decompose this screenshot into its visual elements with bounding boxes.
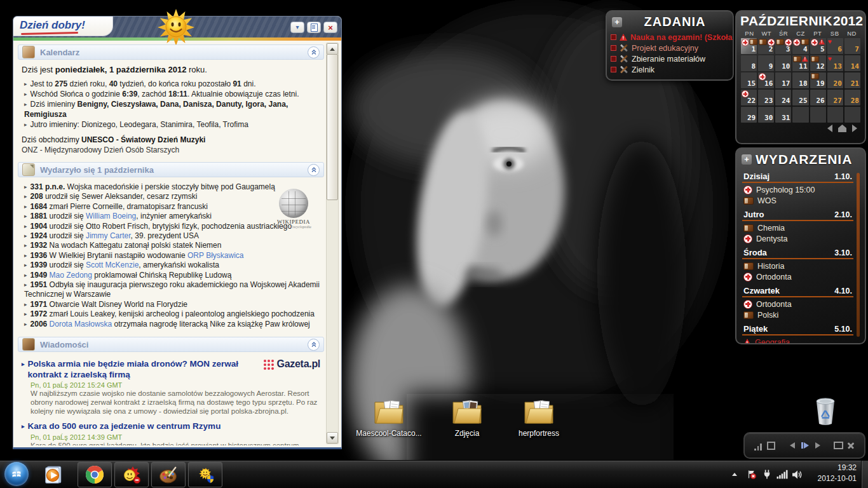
kalendarz-section-header[interactable]: Kalendarz [18,44,324,60]
calendar-day-cell[interactable]: 23 [758,90,774,105]
scrollbar-thumb[interactable] [327,54,338,200]
calendar-day-cell[interactable] [844,107,860,123]
event-item[interactable]: Chemia [743,222,853,233]
inline-link[interactable]: Mao Zedong [50,271,92,280]
options-button[interactable] [307,22,321,33]
calendar-day-cell[interactable] [827,107,843,123]
volume-icon[interactable] [792,461,803,488]
calendar-day-cell[interactable]: 3 [775,38,791,54]
calendar-day-cell[interactable]: 27 [827,90,843,105]
taskbar-windows-media-player[interactable] [41,464,66,485]
show-hidden-icons-button[interactable] [732,461,737,488]
calendar-day-cell[interactable]: 12 [810,55,826,71]
news-headline[interactable]: ▸Kara do 500 euro za jedzenie w centrum … [22,421,323,432]
collapse-section-button[interactable] [308,339,320,351]
day-group-name: Środa [743,248,767,257]
inline-link[interactable]: Dorota Masłowska [50,320,112,329]
inline-link[interactable]: William Boeing [86,212,136,220]
add-task-button[interactable]: + [612,17,622,27]
calendar-day-cell[interactable]: 14 [844,55,860,71]
calendar-day-cell[interactable]: 17 [775,72,791,88]
taskbar-good-morning-app-button[interactable] [188,462,222,487]
taskbar-paint-app-button[interactable] [151,462,186,487]
recycle-bin-icon[interactable] [814,396,837,427]
previous-track-button[interactable] [787,440,797,451]
volume-levels-button[interactable] [753,440,763,451]
event-item[interactable]: Ortodonta [743,299,853,309]
desktop-icon-zdjecia[interactable]: Zdjęcia [429,398,505,438]
window-scrollbar[interactable] [326,43,339,444]
calendar-day-cell[interactable]: 20 [827,72,843,88]
collapse-window-button[interactable]: ▾ [290,22,304,33]
close-window-button[interactable]: × [323,22,337,33]
scroll-up-button[interactable] [327,43,338,55]
inline-link[interactable]: Jimmy Carter [86,231,131,240]
calendar-day-cell[interactable]: 30 [758,107,774,123]
scroll-down-button[interactable] [327,432,338,444]
current-month-button[interactable] [838,125,846,132]
collapse-section-button[interactable] [308,46,320,58]
calendar-day-cell[interactable]: 21 [844,72,860,88]
task-item[interactable]: Zielnik [611,64,729,75]
calendar-day-cell[interactable]: 8 [741,55,757,71]
calendar-day-cell[interactable]: 6 [827,38,843,54]
calendar-day-cell[interactable]: 13 [827,55,843,71]
calendar-day-cell[interactable]: 5 [810,38,826,54]
calendar-day-cell[interactable]: 24 [775,90,791,105]
calendar-day-cell[interactable]: 19 [810,72,826,88]
event-item[interactable]: Ortodonta [743,271,853,282]
taskbar-chrome-button[interactable] [78,462,112,487]
desktop-icon-maescool[interactable]: Maescool-Cataco... [351,398,427,438]
desktop-icon-herpfortress[interactable]: herpfortress [501,398,577,438]
calendar-day-cell[interactable]: 26 [810,90,826,105]
play-pause-button[interactable] [800,440,810,451]
calendar-day-cell[interactable] [810,107,826,123]
event-item[interactable]: Historia [743,261,853,271]
taskbar-clock[interactable]: 19:32 2012-10-01 [818,463,857,484]
power-plug-icon[interactable] [762,461,772,488]
event-item[interactable]: Geografia [743,337,853,344]
task-item[interactable]: Zbieranie materiałów [611,53,729,64]
calendar-day-cell[interactable]: 16 [758,72,774,88]
stop-button[interactable] [766,440,776,451]
task-item[interactable]: Projekt edukacyjny [611,43,729,53]
news-title-text[interactable]: Kara do 500 euro za jedzenie w centrum R… [28,421,221,431]
event-item[interactable]: WOS [743,195,853,206]
add-event-button[interactable]: + [742,154,752,165]
calendar-day-cell[interactable]: 11 [792,55,808,71]
start-button[interactable] [4,462,29,486]
prev-month-button[interactable] [827,125,832,132]
calendar-day-cell[interactable]: 18 [792,72,808,88]
calendar-day-cell[interactable]: 25 [792,90,808,105]
taskbar-security-app-button[interactable] [114,462,149,487]
wydarzylo-section-header[interactable]: Wydarzyło się 1 października [18,162,324,177]
calendar-day-cell[interactable]: 28 [844,90,860,105]
calendar-day-cell[interactable]: 9 [758,55,774,71]
show-desktop-button[interactable] [861,461,868,488]
inline-link[interactable]: Scott McKenzie [86,261,139,269]
calendar-day-cell[interactable] [792,107,808,123]
network-signal-icon[interactable] [776,461,789,488]
event-item[interactable]: Psycholog 15:00 [743,184,853,195]
close-player-button[interactable] [846,440,856,451]
calendar-day-cell[interactable]: 22 [741,90,757,105]
calendar-day-cell[interactable]: 2 [758,38,774,54]
inline-link[interactable]: ORP Błyskawica [187,251,243,260]
next-track-button[interactable] [813,440,823,451]
window-mode-button[interactable] [833,440,843,451]
calendar-day-cell[interactable]: 10 [775,55,791,71]
action-center-icon[interactable] [746,461,757,488]
next-month-button[interactable] [852,125,857,132]
calendar-day-cell[interactable]: 29 [741,107,757,123]
event-item[interactable]: Dentysta [743,233,853,244]
calendar-day-cell[interactable]: 7 [844,38,860,54]
calendar-day-cell[interactable]: 15 [741,72,757,88]
collapse-section-button[interactable] [308,164,320,176]
task-item[interactable]: Nauka na egzamin! (Szkoła) [611,32,729,43]
calendar-day-cell[interactable]: 4 [792,38,808,54]
event-item[interactable]: Polski [743,309,853,320]
calendar-day-cell[interactable]: 31 [775,107,791,123]
news-title-text[interactable]: Polska armia nie będzie miała dronów? MO… [28,358,263,380]
wiadomosci-section-header[interactable]: Wiadomości [18,337,324,352]
calendar-day-cell[interactable]: 1 [741,38,757,54]
